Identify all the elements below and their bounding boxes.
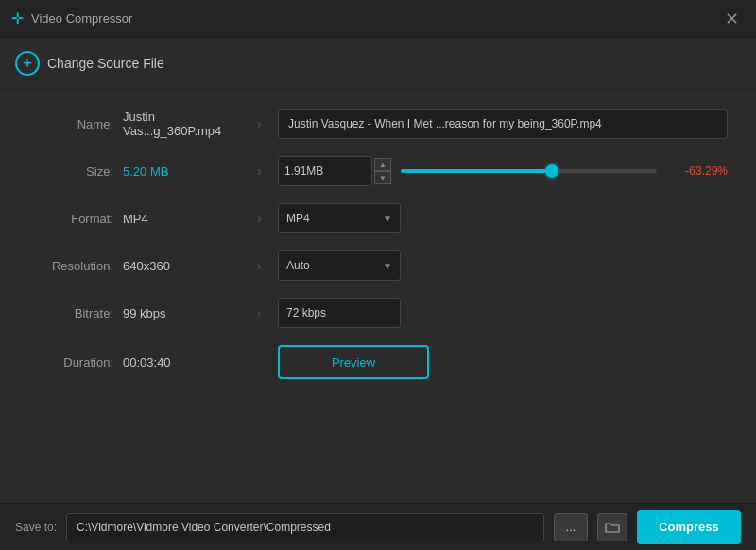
size-value: 5.20 MB xyxy=(123,164,246,179)
titlebar: ✛ Video Compressor ✕ xyxy=(0,0,756,38)
resolution-row: Resolution: 640x360 › Auto ▼ xyxy=(28,250,728,281)
resolution-dropdown-value: Auto xyxy=(286,259,310,272)
change-source-label: Change Source File xyxy=(47,56,164,71)
name-row: Name: Justin Vas...g_360P.mp4 › Justin V… xyxy=(28,109,728,139)
slider-track xyxy=(401,169,657,173)
format-label: Format: xyxy=(28,212,113,226)
size-arrow-icon: › xyxy=(246,158,272,184)
resolution-arrow-icon: › xyxy=(246,252,272,279)
chevron-down-icon-2: ▼ xyxy=(383,261,392,271)
size-dropdown-wrap: 1.91MB ▲ ▼ xyxy=(278,156,391,186)
app-title: Video Compressor xyxy=(31,11,132,26)
browse-dots-button[interactable]: ... xyxy=(554,513,588,541)
save-path[interactable]: C:\Vidmore\Vidmore Video Converter\Compr… xyxy=(66,513,544,541)
name-arrow-icon: › xyxy=(246,111,272,137)
size-spinner: ▲ ▼ xyxy=(374,158,391,184)
slider-thumb[interactable] xyxy=(545,164,558,178)
size-spinner-up[interactable]: ▲ xyxy=(374,158,391,171)
folder-icon xyxy=(605,521,620,534)
name-output[interactable]: Justin Vasquez - When I Met ...reason fo… xyxy=(278,109,728,139)
close-button[interactable]: ✕ xyxy=(719,7,745,31)
bitrate-row: Bitrate: 99 kbps › 72 kbps xyxy=(28,298,728,328)
preview-button[interactable]: Preview xyxy=(278,345,429,379)
bitrate-output-value: 72 kbps xyxy=(286,306,326,319)
save-to-label: Save to: xyxy=(15,521,57,534)
duration-label: Duration: xyxy=(28,355,113,370)
size-row: Size: 5.20 MB › 1.91MB ▲ ▼ -63.29% xyxy=(28,156,728,186)
titlebar-left: ✛ Video Compressor xyxy=(11,9,132,27)
slider-fill xyxy=(401,169,552,173)
format-value: MP4 xyxy=(123,212,246,226)
duration-spacer xyxy=(246,349,272,375)
toolbar: + Change Source File xyxy=(0,38,756,90)
resolution-value: 640x360 xyxy=(123,259,246,273)
size-slider[interactable] xyxy=(401,162,657,180)
duration-value: 00:03:40 xyxy=(123,355,246,370)
size-spinner-down[interactable]: ▼ xyxy=(374,171,391,184)
name-label: Name: xyxy=(28,117,113,131)
format-arrow-icon: › xyxy=(246,205,272,232)
change-source-button[interactable]: + Change Source File xyxy=(15,51,164,76)
size-percent-label: -63.29% xyxy=(666,164,728,178)
compress-button[interactable]: Compress xyxy=(637,510,741,544)
open-folder-button[interactable] xyxy=(597,513,627,541)
size-label: Size: xyxy=(28,164,113,179)
size-slider-area: 1.91MB ▲ ▼ -63.29% xyxy=(278,156,728,186)
name-value: Justin Vas...g_360P.mp4 xyxy=(123,110,246,138)
main-content: Name: Justin Vas...g_360P.mp4 › Justin V… xyxy=(0,90,756,415)
plus-circle-icon: + xyxy=(15,51,40,76)
resolution-dropdown[interactable]: Auto ▼ xyxy=(278,250,401,281)
format-dropdown-value: MP4 xyxy=(286,212,310,225)
bitrate-output[interactable]: 72 kbps xyxy=(278,298,401,328)
bitrate-arrow-icon: › xyxy=(246,300,272,326)
bitrate-value: 99 kbps xyxy=(123,306,246,320)
app-icon: ✛ xyxy=(11,9,24,27)
size-dropdown[interactable]: 1.91MB xyxy=(278,156,372,186)
resolution-label: Resolution: xyxy=(28,259,113,273)
size-dropdown-value: 1.91MB xyxy=(284,164,323,178)
format-dropdown[interactable]: MP4 ▼ xyxy=(278,203,401,233)
format-row: Format: MP4 › MP4 ▼ xyxy=(28,203,728,233)
chevron-down-icon: ▼ xyxy=(383,214,392,224)
footer: Save to: C:\Vidmore\Vidmore Video Conver… xyxy=(0,503,756,550)
bitrate-label: Bitrate: xyxy=(28,306,113,320)
duration-row: Duration: 00:03:40 Preview xyxy=(28,345,728,379)
